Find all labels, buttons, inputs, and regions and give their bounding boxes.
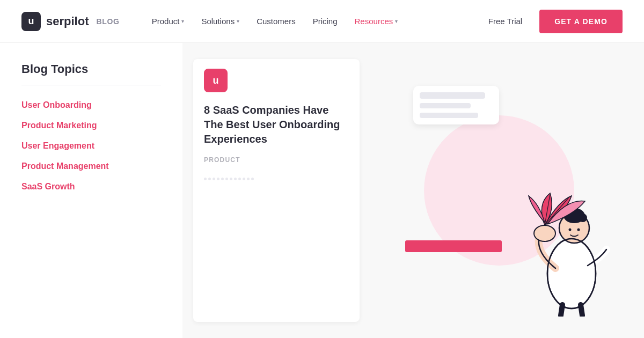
nav-pricing[interactable]: Pricing <box>313 17 338 26</box>
content-area: u 8 SaaS Companies Have The Best User On… <box>182 43 644 338</box>
card-title: 8 SaaS Companies Have The Best User Onbo… <box>204 103 349 146</box>
get-demo-button[interactable]: GET A DEMO <box>539 10 623 33</box>
svg-point-3 <box>579 214 587 222</box>
sidebar: Blog Topics User Onboarding Product Mark… <box>0 43 182 338</box>
nav-resources[interactable]: Resources ▾ <box>355 17 398 26</box>
svg-point-8 <box>577 229 580 231</box>
chevron-down-icon: ▾ <box>237 18 239 24</box>
topic-product-management[interactable]: Product Management <box>21 161 161 171</box>
card-dots-decoration <box>193 172 360 186</box>
nav-customers[interactable]: Customers <box>257 17 296 26</box>
dot <box>234 178 237 180</box>
chevron-down-icon: ▾ <box>395 18 398 24</box>
card-tag: PRODUCT <box>204 156 349 164</box>
svg-line-10 <box>561 305 562 315</box>
sidebar-divider <box>21 85 161 85</box>
svg-line-11 <box>581 305 582 315</box>
sidebar-title: Blog Topics <box>21 62 161 76</box>
topic-product-marketing[interactable]: Product Marketing <box>21 121 161 130</box>
card-body: 8 SaaS Companies Have The Best User Onbo… <box>193 92 360 172</box>
dot <box>251 178 254 180</box>
card-line <box>420 92 485 99</box>
topic-user-onboarding[interactable]: User Onboarding <box>21 100 161 110</box>
logo-area[interactable]: u serpilot BLOG <box>21 12 120 31</box>
dot <box>243 178 245 180</box>
topic-saas-growth[interactable]: SaaS Growth <box>21 182 161 192</box>
main-nav: Product ▾ Solutions ▾ Customers Pricing … <box>152 17 522 26</box>
dot <box>217 178 219 180</box>
chevron-down-icon: ▾ <box>181 18 184 24</box>
dot <box>221 178 224 180</box>
dot <box>247 178 250 180</box>
featured-card[interactable]: u 8 SaaS Companies Have The Best User On… <box>193 59 360 322</box>
dot <box>204 178 207 180</box>
dot <box>238 178 241 180</box>
main-content: Blog Topics User Onboarding Product Mark… <box>0 43 644 338</box>
logo-icon: u <box>21 12 41 31</box>
svg-point-4 <box>534 225 555 241</box>
dot <box>230 178 232 180</box>
topic-list: User Onboarding Product Marketing User E… <box>21 100 161 192</box>
nav-product[interactable]: Product ▾ <box>152 17 185 26</box>
pink-bar-decoration <box>405 240 502 252</box>
logo-wordmark: serpilot <box>46 14 89 28</box>
nav-solutions[interactable]: Solutions ▾ <box>201 17 239 26</box>
dot <box>208 178 211 180</box>
card-line <box>420 113 478 118</box>
svg-point-7 <box>569 229 572 231</box>
card-logo-bar: u <box>193 59 360 92</box>
ui-card-decoration <box>413 86 499 124</box>
topic-user-engagement[interactable]: User Engagement <box>21 141 161 151</box>
dot <box>213 178 215 180</box>
dot <box>225 178 228 180</box>
blog-label: BLOG <box>96 17 119 26</box>
nav-free-trial[interactable]: Free Trial <box>488 17 522 26</box>
person-plant-illustration <box>526 166 633 317</box>
site-header: u serpilot BLOG Product ▾ Solutions ▾ Cu… <box>0 0 644 43</box>
card-line <box>420 103 471 108</box>
illustration-area <box>370 59 628 322</box>
card-logo-icon: u <box>204 69 228 92</box>
